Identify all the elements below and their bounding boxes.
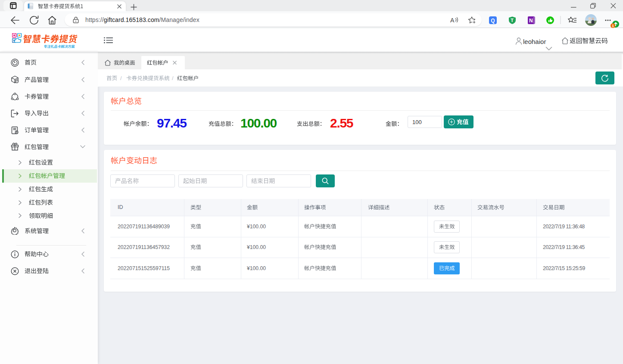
svg-text:Q: Q: [491, 18, 495, 24]
svg-text:1: 1: [612, 24, 614, 28]
svg-text:N: N: [529, 18, 533, 24]
svg-text:T: T: [511, 18, 514, 23]
svg-text:A: A: [450, 17, 455, 24]
